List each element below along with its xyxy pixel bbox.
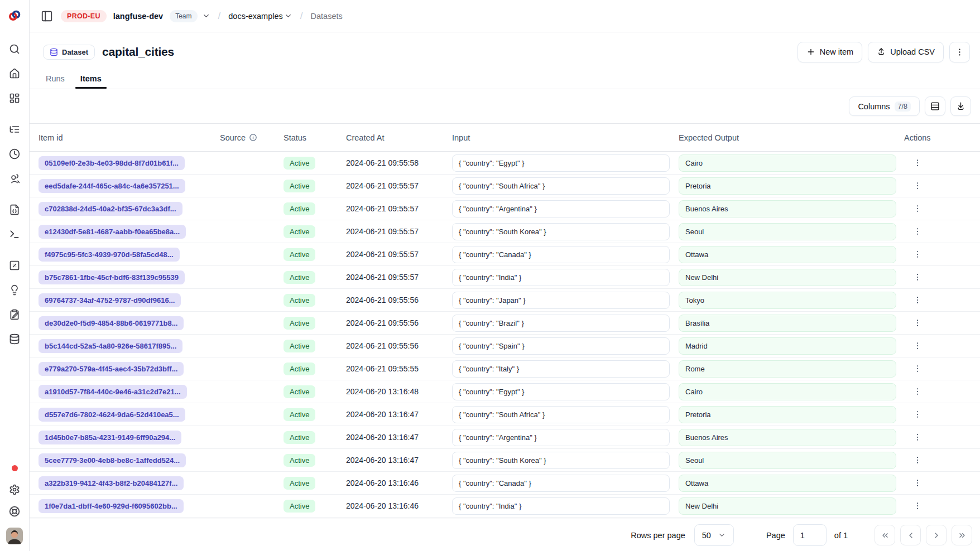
previous-page-button[interactable] [900, 525, 921, 545]
expected-output-cell[interactable]: Cairo [679, 383, 896, 400]
row-actions-button[interactable] [910, 201, 925, 216]
row-actions-button[interactable] [910, 452, 925, 468]
input-cell[interactable]: { "country": "Brazil" } [452, 315, 670, 332]
tab-runs[interactable]: Runs [41, 68, 70, 89]
input-cell[interactable]: { "country": "Egypt" } [452, 154, 670, 172]
table-row[interactable]: 1f0e7da1-dbff-4e60-929d-f6095602bb...Act… [30, 495, 980, 518]
expected-output-cell[interactable]: New Delhi [679, 497, 896, 515]
table-row[interactable]: b5c144cd-52a5-4a80-926e-58617f895...Acti… [30, 335, 980, 357]
settings-icon[interactable] [9, 484, 20, 495]
item-id-link[interactable]: eed5dafe-244f-465c-a84c-4a6e357251... [39, 179, 185, 193]
row-actions-button[interactable] [910, 361, 925, 376]
datasets-icon[interactable] [9, 334, 20, 345]
expected-output-cell[interactable]: Tokyo [679, 292, 896, 309]
playground-icon[interactable] [9, 229, 20, 240]
table-row[interactable]: 05109ef0-2e3b-4e03-98dd-8f7d01b61f...Act… [30, 152, 980, 175]
home-icon[interactable] [9, 68, 20, 79]
expected-output-cell[interactable]: Cairo [679, 154, 896, 172]
item-id-link[interactable]: f4975c95-5fc3-4939-970d-58fa5cd48... [39, 248, 180, 262]
input-cell[interactable]: { "country": "South Africa" } [452, 177, 670, 195]
input-cell[interactable]: { "country": "Canada" } [452, 246, 670, 263]
table-row[interactable]: e779a270-579a-4f45-aec4-35b72d3bff...Act… [30, 357, 980, 380]
next-page-button[interactable] [926, 525, 947, 545]
page-number-input[interactable] [793, 524, 827, 546]
row-actions-button[interactable] [910, 155, 925, 171]
table-row[interactable]: a1910d57-7f84-440c-9e46-a31c2d7e21...Act… [30, 380, 980, 403]
row-actions-button[interactable] [910, 498, 925, 514]
column-header-created-at[interactable]: Created At [346, 133, 452, 142]
dashboards-icon[interactable] [9, 93, 20, 104]
prompts-icon[interactable] [9, 204, 20, 215]
input-cell[interactable]: { "country": "Canada" } [452, 475, 670, 492]
input-cell[interactable]: { "country": "Egypt" } [452, 383, 670, 400]
input-cell[interactable]: { "country": "India" } [452, 497, 670, 515]
item-id-link[interactable]: d557e7d6-7802-4624-9da6-52d410ea5... [39, 408, 185, 422]
evaluation-icon[interactable] [9, 260, 20, 271]
table-row[interactable]: f4975c95-5fc3-4939-970d-58fa5cd48...Acti… [30, 243, 980, 266]
tab-items[interactable]: Items [75, 68, 107, 89]
new-item-button[interactable]: New item [798, 42, 862, 62]
sidebar-toggle-icon[interactable] [40, 9, 54, 23]
expected-output-cell[interactable]: Madrid [679, 337, 896, 355]
table-row[interactable]: 1d45b0e7-b85a-4231-9149-6ff90a294...Acti… [30, 426, 980, 449]
export-button[interactable] [950, 96, 971, 116]
expected-output-cell[interactable]: Rome [679, 360, 896, 378]
item-id-link[interactable]: b5c144cd-52a5-4a80-926e-58617f895... [39, 339, 182, 353]
input-cell[interactable]: { "country": "Argentina" } [452, 200, 670, 218]
columns-button[interactable]: Columns 7/8 [849, 96, 920, 116]
page-more-actions-button[interactable] [949, 42, 970, 62]
item-id-link[interactable]: e12430df-5e81-4687-aabb-f0ea65be8a... [39, 225, 186, 239]
row-actions-button[interactable] [910, 269, 925, 285]
expected-output-cell[interactable]: Seoul [679, 223, 896, 240]
input-cell[interactable]: { "country": "Argentina" } [452, 429, 670, 446]
table-row[interactable]: eed5dafe-244f-465c-a84c-4a6e357251...Act… [30, 175, 980, 197]
column-header-item-id[interactable]: Item id [39, 133, 220, 142]
input-cell[interactable]: { "country": "South Korea" } [452, 223, 670, 240]
project-chevron-down-icon[interactable] [284, 12, 292, 20]
table-row[interactable]: de30d2e0-f5d9-4854-88b6-0619771b8...Acti… [30, 312, 980, 335]
user-avatar[interactable] [6, 528, 23, 544]
table-row[interactable]: 69764737-34af-4752-9787-d90df9616...Acti… [30, 289, 980, 312]
search-icon[interactable] [9, 44, 20, 55]
row-actions-button[interactable] [910, 224, 925, 239]
item-id-link[interactable]: 69764737-34af-4752-9787-d90df9616... [39, 293, 181, 307]
item-id-link[interactable]: 5cee7779-3e00-4eb8-be8c-1affedd524... [39, 453, 186, 467]
first-page-button[interactable] [875, 525, 895, 545]
breadcrumb-section[interactable]: Datasets [311, 12, 343, 21]
input-cell[interactable]: { "country": "Italy" } [452, 360, 670, 378]
item-id-link[interactable]: 05109ef0-2e3b-4e03-98dd-8f7d01b61f... [39, 156, 185, 170]
expected-output-cell[interactable]: Seoul [679, 452, 896, 469]
ask-ai-icon[interactable] [9, 284, 20, 296]
row-actions-button[interactable] [910, 475, 925, 491]
column-header-input[interactable]: Input [452, 133, 679, 142]
expected-output-cell[interactable]: New Delhi [679, 269, 896, 286]
expected-output-cell[interactable]: Buenos Aires [679, 429, 896, 446]
row-actions-button[interactable] [910, 315, 925, 331]
expected-output-cell[interactable]: Brasília [679, 315, 896, 332]
table-row[interactable]: c702838d-24d5-40a2-bf35-67dc3a3df...Acti… [30, 197, 980, 220]
row-actions-button[interactable] [910, 292, 925, 308]
langfuse-logo[interactable] [8, 9, 21, 22]
breadcrumb-project[interactable]: docs-examples [228, 12, 292, 21]
row-actions-button[interactable] [910, 178, 925, 194]
tracing-icon[interactable] [9, 124, 20, 135]
item-id-link[interactable]: e779a270-579a-4f45-aec4-35b72d3bff... [39, 362, 184, 376]
input-cell[interactable]: { "country": "Japan" } [452, 292, 670, 309]
row-actions-button[interactable] [910, 384, 925, 399]
item-id-link[interactable]: c702838d-24d5-40a2-bf35-67dc3a3df... [39, 202, 182, 216]
table-row[interactable]: 5cee7779-3e00-4eb8-be8c-1affedd524...Act… [30, 449, 980, 472]
input-cell[interactable]: { "country": "India" } [452, 269, 670, 286]
item-id-link[interactable]: b75c7861-1fbe-45cf-bdf6-83f139c95539 [39, 270, 185, 284]
item-id-link[interactable]: a322b319-9412-4f43-b8f2-b20484127f... [39, 476, 184, 490]
expected-output-cell[interactable]: Pretoria [679, 406, 896, 423]
table-row[interactable]: a322b319-9412-4f43-b8f2-b20484127f...Act… [30, 472, 980, 495]
org-chevron-down-icon[interactable] [202, 12, 210, 20]
recording-indicator[interactable] [12, 465, 18, 471]
support-icon[interactable] [9, 506, 20, 517]
expected-output-cell[interactable]: Ottawa [679, 246, 896, 263]
row-actions-button[interactable] [910, 246, 925, 262]
annotation-queues-icon[interactable] [9, 309, 20, 320]
input-cell[interactable]: { "country": "South Africa" } [452, 406, 670, 423]
expected-output-cell[interactable]: Pretoria [679, 177, 896, 195]
row-actions-button[interactable] [910, 338, 925, 354]
